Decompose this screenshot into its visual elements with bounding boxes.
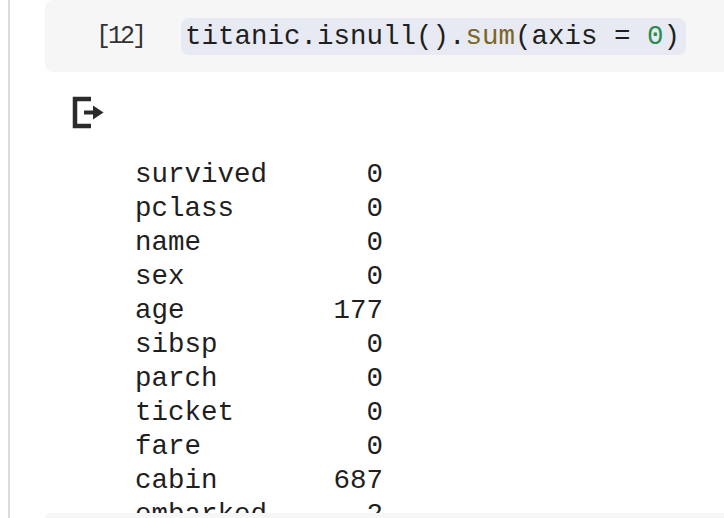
cell-output-area: survived 0 pclass 0 name 0 sex 0 age 177…: [135, 90, 383, 518]
output-row: name 0: [135, 226, 383, 260]
output-row: survived 0: [135, 158, 383, 192]
execution-count[interactable]: [12]: [96, 0, 144, 72]
output-row: parch 0: [135, 362, 383, 396]
output-row: pclass 0: [135, 192, 383, 226]
series-value: 0: [366, 328, 383, 362]
code-text[interactable]: titanic.isnull().sum(axis = 0): [185, 21, 680, 52]
series-value: 177: [333, 294, 383, 328]
code-cell[interactable]: [12] titanic.isnull().sum(axis = 0): [45, 0, 724, 72]
output-row: sibsp 0: [135, 328, 383, 362]
series-value: 0: [366, 396, 383, 430]
output-row: sex 0: [135, 260, 383, 294]
notebook-left-gutter-line: [8, 0, 10, 518]
code-token: sum: [466, 21, 516, 52]
series-value: 0: [366, 158, 383, 192]
series-index-label: ticket: [135, 396, 234, 430]
series-index-label: parch: [135, 362, 218, 396]
series-value: 0: [366, 260, 383, 294]
series-index-label: sex: [135, 260, 185, 294]
code-token: (axis =: [515, 21, 647, 52]
series-index-label: name: [135, 226, 201, 260]
output-row: age 177: [135, 294, 383, 328]
output-row: ticket 0: [135, 396, 383, 430]
series-index-label: fare: [135, 430, 201, 464]
series-value: 0: [366, 430, 383, 464]
series-value: 0: [366, 226, 383, 260]
output-row: fare 0: [135, 430, 383, 464]
next-cell-edge[interactable]: [45, 513, 724, 518]
code-token: ): [664, 21, 681, 52]
series-index-label: sibsp: [135, 328, 218, 362]
series-index-label: pclass: [135, 192, 234, 226]
cell-output-indicator-icon: [70, 96, 106, 129]
series-index-label: cabin: [135, 464, 218, 498]
code-token: 0: [647, 21, 664, 52]
series-value: 687: [333, 464, 383, 498]
series-index-label: survived: [135, 158, 267, 192]
code-editor-line[interactable]: titanic.isnull().sum(axis = 0): [181, 18, 686, 55]
series-rows: survived 0 pclass 0 name 0 sex 0 age 177…: [135, 158, 383, 518]
code-token: titanic.isnull().: [185, 21, 466, 52]
series-value: 0: [366, 362, 383, 396]
series-value: 0: [366, 192, 383, 226]
output-row: cabin 687: [135, 464, 383, 498]
series-index-label: age: [135, 294, 185, 328]
